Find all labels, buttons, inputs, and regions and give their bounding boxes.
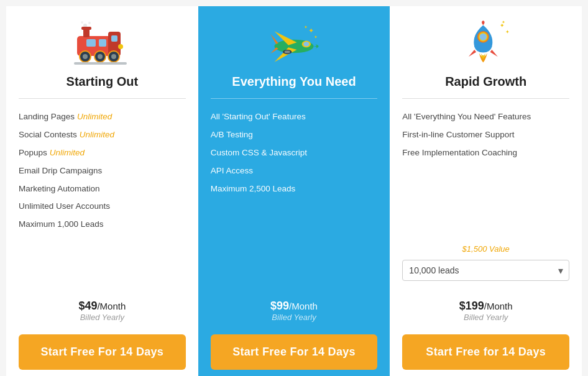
svg-point-15 xyxy=(111,54,116,59)
divider xyxy=(211,98,378,99)
svg-rect-6 xyxy=(81,27,91,30)
svg-point-11 xyxy=(83,54,88,59)
pricing-section: $99/Month Billed Yearly xyxy=(270,300,318,322)
pricing-section: $49/Month Billed Yearly xyxy=(78,300,126,322)
svg-point-1 xyxy=(88,22,91,24)
plan-everything-you-need: ✦ ✦ ✦ Everything You Need All 'Starting … xyxy=(198,6,390,376)
divider xyxy=(19,98,186,99)
billed-period: Billed Yearly xyxy=(78,313,126,322)
pricing-section: $199/Month Billed Yearly xyxy=(459,300,513,322)
feature-item: Unlimited User Accounts xyxy=(19,198,186,216)
feature-item: API Access xyxy=(211,162,378,180)
cta-button-rapid-growth[interactable]: Start Free for 14 Days xyxy=(402,334,569,370)
plan-starting-out: Starting Out Landing Pages Unlimited Soc… xyxy=(6,6,198,376)
plan-icon-rocket: ✦ ✦ ✦ xyxy=(458,19,514,68)
svg-text:✦: ✦ xyxy=(304,24,308,29)
leads-select[interactable]: 5,000 leads 10,000 leads 25,000 leads 50… xyxy=(402,260,569,281)
svg-point-17 xyxy=(118,44,123,49)
svg-rect-7 xyxy=(86,39,96,47)
feature-item: Maximum 2,500 Leads xyxy=(211,180,378,198)
feature-item: First-in-line Customer Support xyxy=(402,126,569,144)
svg-text:✦: ✦ xyxy=(308,26,314,34)
feature-item: Email Drip Campaigns xyxy=(19,162,186,180)
billed-period: Billed Yearly xyxy=(459,313,513,322)
divider xyxy=(402,98,569,99)
svg-text:✦: ✦ xyxy=(505,29,510,34)
feature-item: Popups Unlimited xyxy=(19,144,186,162)
svg-text:✦: ✦ xyxy=(502,21,505,24)
value-note: $1,500 Value xyxy=(462,244,510,254)
features-list: All 'Everything You Need' Features First… xyxy=(402,108,569,244)
price: $199/Month xyxy=(459,300,513,313)
plan-name: Starting Out xyxy=(67,75,139,89)
feature-item: Marketing Automation xyxy=(19,180,186,198)
price: $99/Month xyxy=(270,300,318,313)
plan-rapid-growth: ✦ ✦ ✦ Rapid Growth All 'Ev xyxy=(390,6,582,376)
svg-point-30 xyxy=(479,33,486,40)
feature-item: All 'Everything You Need' Features xyxy=(402,108,569,126)
features-list: Landing Pages Unlimited Social Contests … xyxy=(19,108,186,287)
svg-point-22 xyxy=(285,50,290,53)
billed-period: Billed Yearly xyxy=(270,313,318,322)
features-list: All 'Starting Out' Features A/B Testing … xyxy=(211,108,378,287)
plan-name: Everything You Need xyxy=(232,75,356,89)
svg-rect-16 xyxy=(74,62,127,65)
svg-rect-8 xyxy=(99,39,106,47)
cta-button-everything[interactable]: Start Free For 14 Days xyxy=(211,334,378,370)
feature-item: Social Contests Unlimited xyxy=(19,126,186,144)
cta-button-starting-out[interactable]: Start Free For 14 Days xyxy=(19,334,186,370)
feature-item: All 'Starting Out' Features xyxy=(211,108,378,126)
feature-item: Custom CSS & Javascript xyxy=(211,144,378,162)
feature-item: Maximum 1,000 Leads xyxy=(19,216,186,234)
feature-item: Free Implementation Coaching xyxy=(402,144,569,162)
svg-point-2 xyxy=(81,21,83,24)
plan-name: Rapid Growth xyxy=(445,75,526,89)
price: $49/Month xyxy=(78,300,126,313)
plan-icon-train xyxy=(74,19,130,68)
svg-point-20 xyxy=(303,42,309,46)
svg-rect-9 xyxy=(111,35,117,42)
feature-item: Landing Pages Unlimited xyxy=(19,108,186,126)
plan-icon-plane: ✦ ✦ ✦ xyxy=(266,19,322,68)
leads-select-wrapper: 5,000 leads 10,000 leads 25,000 leads 50… xyxy=(402,260,569,281)
pricing-container: Starting Out Landing Pages Unlimited Soc… xyxy=(6,6,582,376)
feature-item: A/B Testing xyxy=(211,126,378,144)
svg-text:✦: ✦ xyxy=(314,34,318,39)
svg-point-13 xyxy=(98,54,103,59)
